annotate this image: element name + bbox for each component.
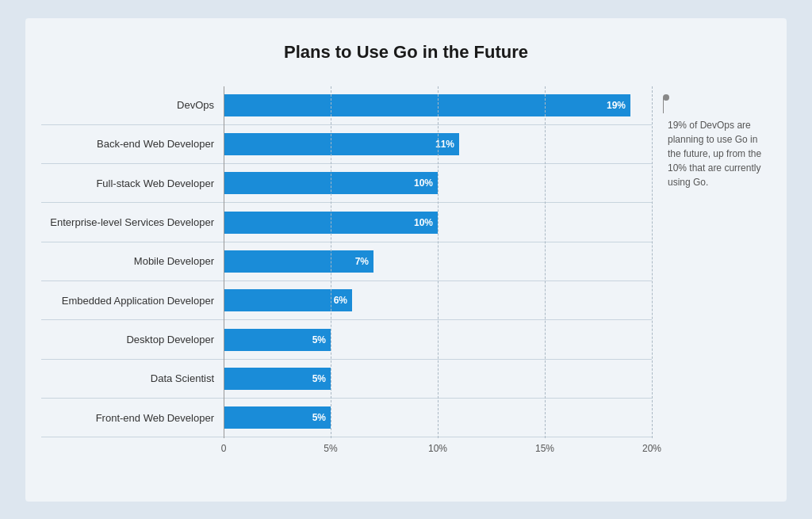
bar-value: 11%	[435, 139, 454, 150]
bar-fill: 19%	[224, 94, 630, 116]
chart-container: Plans to Use Go in the Future DevOps19%B…	[25, 18, 787, 502]
bar-value: 10%	[414, 177, 433, 189]
annotation: 19% of DevOps are planning to use Go in …	[652, 86, 771, 459]
bar-label: Enterprise-level Services Developer	[41, 216, 224, 228]
bar-fill: 11%	[224, 133, 459, 155]
bar-label: Desktop Developer	[41, 334, 224, 345]
x-axis-label: 15%	[535, 443, 554, 454]
bar-track: 19%	[224, 94, 652, 116]
bars-area: DevOps19%Back-end Web Developer11%Full-s…	[41, 86, 652, 438]
bar-fill: 7%	[224, 250, 373, 273]
bar-value: 19%	[607, 100, 626, 111]
chart-left: DevOps19%Back-end Web Developer11%Full-s…	[41, 86, 652, 459]
bar-value: 10%	[414, 217, 433, 228]
bar-fill: 5%	[224, 368, 331, 390]
bar-label: DevOps	[41, 99, 224, 111]
bar-track: 6%	[224, 289, 652, 311]
annotation-line	[663, 97, 664, 113]
bar-fill: 5%	[224, 406, 331, 429]
bar-row: Back-end Web Developer11%	[41, 125, 652, 164]
bar-label: Embedded Application Developer	[41, 295, 224, 307]
x-axis-label: 5%	[324, 443, 337, 454]
bar-value: 5%	[312, 412, 326, 423]
bar-track: 10%	[224, 172, 652, 194]
bar-label: Data Scientist	[41, 372, 224, 384]
annotation-dot	[663, 94, 669, 101]
bar-track: 7%	[224, 250, 652, 273]
bar-value: 5%	[312, 334, 326, 345]
bar-row: DevOps19%	[41, 86, 652, 125]
bar-fill: 10%	[224, 212, 438, 234]
bar-label: Front-end Web Developer	[41, 412, 224, 424]
bar-track: 5%	[224, 329, 652, 351]
x-axis-label: 10%	[428, 443, 447, 454]
bar-label: Back-end Web Developer	[41, 138, 224, 150]
bar-label: Mobile Developer	[41, 255, 224, 267]
x-axis-label: 0	[221, 443, 227, 454]
bar-row: Mobile Developer7%	[41, 242, 652, 281]
annotation-text: 19% of DevOps are planning to use Go in …	[668, 118, 771, 189]
bar-track: 5%	[224, 406, 652, 429]
bar-track: 5%	[224, 368, 652, 390]
bar-row: Data Scientist5%	[41, 360, 652, 399]
bar-label: Full-stack Web Developer	[41, 177, 224, 189]
bar-track: 10%	[224, 212, 652, 234]
bar-row: Desktop Developer5%	[41, 320, 652, 359]
x-axis: 05%10%15%20%	[224, 443, 652, 459]
bar-value: 6%	[334, 295, 347, 306]
bar-value: 5%	[312, 373, 326, 384]
bar-value: 7%	[355, 256, 369, 267]
bar-fill: 5%	[224, 329, 331, 351]
bar-fill: 6%	[224, 289, 352, 311]
bar-row: Front-end Web Developer5%	[41, 399, 652, 437]
bar-row: Full-stack Web Developer10%	[41, 164, 652, 203]
chart-title: Plans to Use Go in the Future	[41, 42, 771, 63]
chart-body: DevOps19%Back-end Web Developer11%Full-s…	[41, 86, 771, 459]
bar-fill: 10%	[224, 172, 438, 194]
bar-row: Embedded Application Developer6%	[41, 281, 652, 320]
bar-row: Enterprise-level Services Developer10%	[41, 203, 652, 242]
bar-track: 11%	[224, 133, 652, 155]
